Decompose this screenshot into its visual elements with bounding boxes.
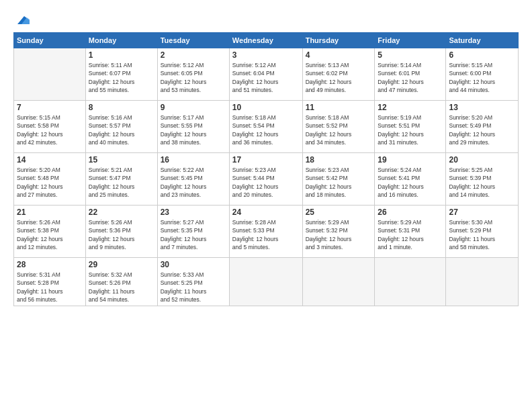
weekday-header-thursday: Thursday [302,33,375,48]
day-info: Sunrise: 5:29 AMSunset: 5:31 PMDaylight:… [378,218,443,251]
day-number: 27 [449,208,515,217]
day-info: Sunrise: 5:23 AMSunset: 5:42 PMDaylight:… [306,166,372,199]
calendar-cell: 26Sunrise: 5:29 AMSunset: 5:31 PMDayligh… [375,205,446,258]
day-info: Sunrise: 5:28 AMSunset: 5:33 PMDaylight:… [232,218,300,251]
day-number: 3 [232,50,300,60]
calendar-cell: 29Sunrise: 5:32 AMSunset: 5:26 PMDayligh… [85,258,157,306]
day-info: Sunrise: 5:24 AMSunset: 5:41 PMDaylight:… [378,166,443,199]
logo-icon [15,12,30,27]
day-info: Sunrise: 5:12 AMSunset: 6:05 PMDaylight:… [161,61,226,94]
calendar-week-2: 14Sunrise: 5:20 AMSunset: 5:48 PMDayligh… [14,153,519,205]
day-number: 8 [89,103,154,112]
logo [13,12,30,26]
calendar-table: SundayMondayTuesdayWednesdayThursdayFrid… [13,32,519,306]
day-number: 13 [449,103,515,112]
day-number: 25 [306,208,372,217]
calendar-cell [14,48,86,101]
day-number: 30 [161,260,226,269]
day-number: 24 [232,208,300,217]
calendar-cell: 16Sunrise: 5:22 AMSunset: 5:45 PMDayligh… [157,153,229,205]
day-number: 12 [378,103,443,112]
day-info: Sunrise: 5:18 AMSunset: 5:54 PMDaylight:… [232,113,300,146]
day-info: Sunrise: 5:12 AMSunset: 6:04 PMDaylight:… [232,61,300,94]
calendar-cell: 28Sunrise: 5:31 AMSunset: 5:28 PMDayligh… [14,258,86,306]
calendar-cell: 30Sunrise: 5:33 AMSunset: 5:25 PMDayligh… [157,258,229,306]
day-info: Sunrise: 5:33 AMSunset: 5:25 PMDaylight:… [161,271,226,304]
calendar-cell: 9Sunrise: 5:17 AMSunset: 5:55 PMDaylight… [157,101,229,153]
calendar-cell: 21Sunrise: 5:26 AMSunset: 5:38 PMDayligh… [14,205,86,258]
weekday-header-friday: Friday [375,33,446,48]
day-info: Sunrise: 5:23 AMSunset: 5:44 PMDaylight:… [232,166,300,199]
day-info: Sunrise: 5:21 AMSunset: 5:47 PMDaylight:… [89,166,154,199]
weekday-header-sunday: Sunday [14,33,86,48]
day-info: Sunrise: 5:16 AMSunset: 5:57 PMDaylight:… [89,113,154,146]
calendar-week-0: 1Sunrise: 5:11 AMSunset: 6:07 PMDaylight… [14,48,519,101]
calendar-cell: 12Sunrise: 5:19 AMSunset: 5:51 PMDayligh… [375,101,446,153]
day-info: Sunrise: 5:13 AMSunset: 6:02 PMDaylight:… [306,61,372,94]
day-number: 6 [449,50,515,60]
weekday-header-monday: Monday [85,33,157,48]
calendar-cell: 25Sunrise: 5:29 AMSunset: 5:32 PMDayligh… [302,205,375,258]
calendar-cell: 8Sunrise: 5:16 AMSunset: 5:57 PMDaylight… [85,101,157,153]
calendar-cell: 19Sunrise: 5:24 AMSunset: 5:41 PMDayligh… [375,153,446,205]
day-number: 19 [378,155,443,165]
weekday-header-tuesday: Tuesday [157,33,229,48]
day-number: 1 [89,50,154,60]
day-info: Sunrise: 5:14 AMSunset: 6:01 PMDaylight:… [378,61,443,94]
day-number: 16 [161,155,226,165]
calendar-cell: 6Sunrise: 5:15 AMSunset: 6:00 PMDaylight… [446,48,519,101]
day-number: 17 [232,155,300,165]
day-info: Sunrise: 5:29 AMSunset: 5:32 PMDaylight:… [306,218,372,251]
day-info: Sunrise: 5:18 AMSunset: 5:52 PMDaylight:… [306,113,372,146]
day-info: Sunrise: 5:30 AMSunset: 5:29 PMDaylight:… [449,218,515,251]
day-info: Sunrise: 5:17 AMSunset: 5:55 PMDaylight:… [161,113,226,146]
day-number: 5 [378,50,443,60]
day-number: 15 [89,155,154,165]
calendar-week-4: 28Sunrise: 5:31 AMSunset: 5:28 PMDayligh… [14,258,519,306]
calendar-cell: 17Sunrise: 5:23 AMSunset: 5:44 PMDayligh… [229,153,302,205]
calendar-week-1: 7Sunrise: 5:15 AMSunset: 5:58 PMDaylight… [14,101,519,153]
day-info: Sunrise: 5:22 AMSunset: 5:45 PMDaylight:… [161,166,226,199]
calendar-cell: 5Sunrise: 5:14 AMSunset: 6:01 PMDaylight… [375,48,446,101]
day-number: 21 [17,208,83,217]
calendar-cell: 15Sunrise: 5:21 AMSunset: 5:47 PMDayligh… [85,153,157,205]
day-info: Sunrise: 5:31 AMSunset: 5:28 PMDaylight:… [17,271,83,304]
calendar-cell: 24Sunrise: 5:28 AMSunset: 5:33 PMDayligh… [229,205,302,258]
calendar-cell: 11Sunrise: 5:18 AMSunset: 5:52 PMDayligh… [302,101,375,153]
calendar-cell: 18Sunrise: 5:23 AMSunset: 5:42 PMDayligh… [302,153,375,205]
calendar-cell [375,258,446,306]
day-number: 14 [17,155,83,165]
calendar-cell: 4Sunrise: 5:13 AMSunset: 6:02 PMDaylight… [302,48,375,101]
calendar-week-3: 21Sunrise: 5:26 AMSunset: 5:38 PMDayligh… [14,205,519,258]
calendar-cell [446,258,519,306]
day-info: Sunrise: 5:32 AMSunset: 5:26 PMDaylight:… [89,271,154,304]
day-info: Sunrise: 5:15 AMSunset: 6:00 PMDaylight:… [449,61,515,94]
calendar-cell: 13Sunrise: 5:20 AMSunset: 5:49 PMDayligh… [446,101,519,153]
calendar-cell: 1Sunrise: 5:11 AMSunset: 6:07 PMDaylight… [85,48,157,101]
day-number: 22 [89,208,154,217]
calendar-cell: 7Sunrise: 5:15 AMSunset: 5:58 PMDaylight… [14,101,86,153]
calendar-cell [302,258,375,306]
calendar-cell: 22Sunrise: 5:26 AMSunset: 5:36 PMDayligh… [85,205,157,258]
day-number: 4 [306,50,372,60]
day-info: Sunrise: 5:19 AMSunset: 5:51 PMDaylight:… [378,113,443,146]
day-number: 23 [161,208,226,217]
day-info: Sunrise: 5:25 AMSunset: 5:39 PMDaylight:… [449,166,515,199]
day-number: 28 [17,260,83,269]
day-number: 2 [161,50,226,60]
day-number: 18 [306,155,372,165]
day-info: Sunrise: 5:27 AMSunset: 5:35 PMDaylight:… [161,218,226,251]
calendar-cell: 10Sunrise: 5:18 AMSunset: 5:54 PMDayligh… [229,101,302,153]
weekday-header-row: SundayMondayTuesdayWednesdayThursdayFrid… [14,33,519,48]
calendar-cell: 20Sunrise: 5:25 AMSunset: 5:39 PMDayligh… [446,153,519,205]
day-number: 11 [306,103,372,112]
page: SundayMondayTuesdayWednesdayThursdayFrid… [0,0,532,411]
weekday-header-saturday: Saturday [446,33,519,48]
calendar-cell: 27Sunrise: 5:30 AMSunset: 5:29 PMDayligh… [446,205,519,258]
day-number: 10 [232,103,300,112]
calendar-cell: 2Sunrise: 5:12 AMSunset: 6:05 PMDaylight… [157,48,229,101]
day-number: 20 [449,155,515,165]
day-info: Sunrise: 5:26 AMSunset: 5:38 PMDaylight:… [17,218,83,251]
calendar-cell: 3Sunrise: 5:12 AMSunset: 6:04 PMDaylight… [229,48,302,101]
weekday-header-wednesday: Wednesday [229,33,302,48]
